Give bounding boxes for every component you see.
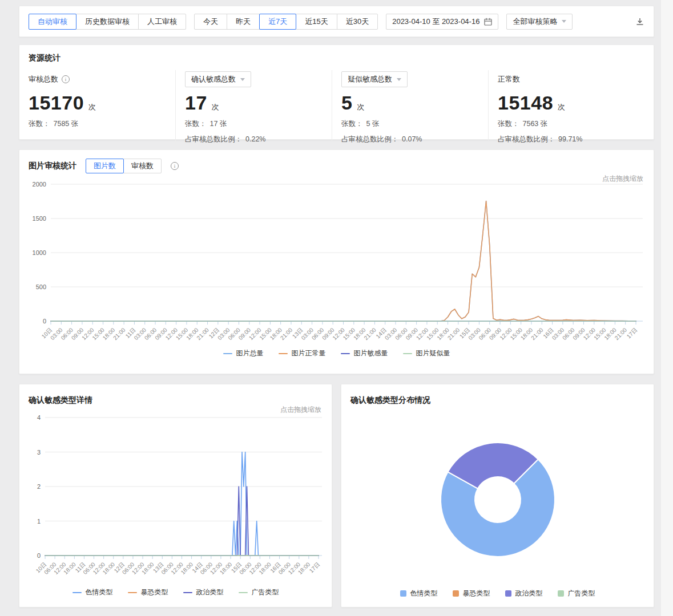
legend-item-色情类型[interactable]: 色情类型 — [72, 587, 113, 597]
button-yesterday[interactable]: 昨天 — [227, 14, 260, 30]
chevron-down-icon — [562, 20, 566, 23]
x-axis-label: 21:00 — [614, 326, 628, 341]
x-axis-label: 21:00 — [112, 326, 127, 341]
x-axis-label: 21:00 — [446, 326, 461, 341]
sensitive-detail-legend: 色情类型暴恐类型政治类型广告类型 — [19, 587, 332, 597]
legend-label: 图片敏感量 — [354, 348, 388, 358]
resource-stats-panel: 资源统计 审核总数i15170次张数：7585 张确认敏感总数17次张数：17 … — [19, 44, 654, 140]
image-audit-panel: 图片审核统计 图片数审核数 i 点击拖拽缩放 05001000150020001… — [19, 149, 654, 374]
button-last-30-days[interactable]: 近30天 — [337, 14, 378, 30]
toolbar: 自动审核历史数据审核人工审核 今天昨天近7天近15天近30天 2023-04-1… — [19, 6, 654, 37]
zoom-hint: 点击拖拽缩放 — [280, 405, 321, 415]
stat-subline: 张数：17 张 — [185, 118, 332, 129]
stat-unit: 次 — [88, 102, 96, 112]
legend-label: 色情类型 — [410, 589, 438, 598]
legend-item-政治类型[interactable]: 政治类型 — [505, 589, 543, 598]
x-axis-label: 21:00 — [279, 326, 294, 341]
x-axis-label: 21:00 — [195, 326, 210, 341]
x-axis-label: 17日 — [626, 327, 639, 340]
stat-unit: 次 — [357, 102, 364, 112]
stat-subline: 张数：5 张 — [341, 118, 488, 129]
legend-item-政治类型[interactable]: 政治类型 — [183, 587, 224, 597]
chevron-down-icon — [397, 78, 401, 81]
legend-item-图片敏感量[interactable]: 图片敏感量 — [341, 348, 388, 358]
series-line-色情类型[interactable] — [45, 452, 319, 556]
legend-label: 广告类型 — [252, 587, 279, 597]
y-axis-label: 0 — [43, 318, 46, 325]
legend-swatch — [239, 592, 248, 593]
legend-swatch — [403, 353, 412, 354]
y-axis-label: 1500 — [33, 215, 46, 222]
stat-card-normal-total: 正常数15148次张数：7563 张占审核总数比例：99.71% — [488, 70, 644, 145]
series-line-图片总量[interactable] — [51, 201, 636, 322]
button-tab-image-count[interactable]: 图片数 — [86, 159, 124, 173]
image-audit-chart[interactable]: 050010001500200010日03:0006:0009:0012:001… — [19, 180, 655, 346]
legend-item-广告类型[interactable]: 广告类型 — [239, 587, 279, 597]
button-manual-audit[interactable]: 人工审核 — [138, 14, 186, 30]
series-line-图片正常量[interactable] — [51, 201, 636, 322]
legend-label: 政治类型 — [196, 587, 224, 597]
button-tab-audit-count[interactable]: 审核数 — [123, 159, 162, 173]
info-icon[interactable]: i — [171, 162, 179, 170]
sensitive-detail-title: 确认敏感类型详情 — [29, 395, 92, 406]
sensitive-detail-chart[interactable]: 0123410日06:0012:0018:0011日06:0012:0018:0… — [19, 413, 333, 585]
legend-item-图片正常量[interactable]: 图片正常量 — [279, 348, 326, 358]
scrollbar-track[interactable] — [661, 0, 673, 616]
stat-value: 15148 — [498, 92, 553, 114]
image-audit-title: 图片审核统计 — [29, 161, 76, 171]
y-axis-label: 4 — [37, 414, 41, 421]
stat-select-suspected-sensitive-total[interactable]: 疑似敏感总数 — [341, 71, 408, 87]
legend-label: 图片疑似量 — [416, 348, 450, 358]
legend-item-图片总量[interactable]: 图片总量 — [223, 348, 264, 358]
stat-card-audit-total: 审核总数i15170次张数：7585 张 — [29, 70, 175, 145]
legend-swatch — [400, 590, 406, 597]
legend-item-图片疑似量[interactable]: 图片疑似量 — [403, 348, 450, 358]
y-axis-label: 500 — [36, 283, 46, 290]
audit-mode-button-group: 自动审核历史数据审核人工审核 — [29, 14, 186, 30]
stat-unit: 次 — [212, 102, 219, 112]
stats-row: 审核总数i15170次张数：7585 张确认敏感总数17次张数：17 张占审核总… — [29, 70, 644, 145]
info-icon[interactable]: i — [62, 75, 70, 83]
x-axis-label: 21:00 — [530, 326, 545, 341]
legend-label: 政治类型 — [515, 589, 543, 598]
legend-label: 暴恐类型 — [141, 587, 168, 597]
legend-item-暴恐类型[interactable]: 暴恐类型 — [128, 587, 168, 597]
legend-swatch — [558, 590, 564, 597]
button-last-15-days[interactable]: 近15天 — [296, 14, 337, 30]
y-axis-label: 0 — [37, 552, 41, 559]
legend-label: 色情类型 — [86, 587, 113, 597]
zoom-hint: 点击拖拽缩放 — [602, 174, 643, 184]
legend-item-色情类型[interactable]: 色情类型 — [400, 589, 438, 598]
stat-subline: 占审核总数比例：0.07% — [341, 133, 488, 145]
stat-unit: 次 — [558, 102, 565, 112]
y-axis-label: 2 — [37, 483, 41, 490]
legend-swatch — [341, 353, 350, 354]
stat-value: 15170 — [29, 92, 84, 114]
date-range-picker[interactable]: 2023-04-10 至 2023-04-16 — [386, 14, 498, 30]
button-auto-audit[interactable]: 自动审核 — [29, 14, 76, 30]
legend-item-广告类型[interactable]: 广告类型 — [558, 589, 595, 598]
stat-subline: 占审核总数比例：0.22% — [185, 133, 332, 145]
button-last-7-days[interactable]: 近7天 — [259, 14, 296, 30]
stat-select-confirmed-sensitive-total[interactable]: 确认敏感总数 — [185, 71, 251, 87]
button-history-audit[interactable]: 历史数据审核 — [76, 14, 139, 30]
sensitive-distribution-donut[interactable] — [341, 408, 655, 586]
stat-subline: 占审核总数比例：99.71% — [498, 133, 644, 145]
stat-value: 5 — [341, 92, 352, 114]
audit-strategy-value: 全部审核策略 — [513, 17, 557, 27]
stat-subline: 张数：7585 张 — [29, 118, 175, 129]
stat-label: 确认敏感总数 — [191, 74, 236, 84]
image-audit-legend: 图片总量图片正常量图片敏感量图片疑似量 — [19, 348, 654, 358]
download-button[interactable] — [635, 17, 644, 26]
stat-card-confirmed-sensitive-total: 确认敏感总数17次张数：17 张占审核总数比例：0.22% — [175, 70, 332, 145]
sensitive-distribution-panel: 确认敏感类型分布情况 色情类型暴恐类型政治类型广告类型 — [341, 384, 654, 607]
stat-card-suspected-sensitive-total: 疑似敏感总数5次张数：5 张占审核总数比例：0.07% — [332, 70, 488, 145]
button-today[interactable]: 今天 — [194, 14, 227, 30]
download-icon — [635, 17, 644, 26]
legend-item-暴恐类型[interactable]: 暴恐类型 — [453, 589, 490, 598]
legend-label: 暴恐类型 — [463, 589, 490, 598]
legend-label: 图片总量 — [236, 348, 264, 358]
audit-strategy-select[interactable]: 全部审核策略 — [506, 14, 573, 30]
stat-subline: 张数：7563 张 — [498, 118, 644, 129]
legend-swatch — [183, 592, 192, 593]
